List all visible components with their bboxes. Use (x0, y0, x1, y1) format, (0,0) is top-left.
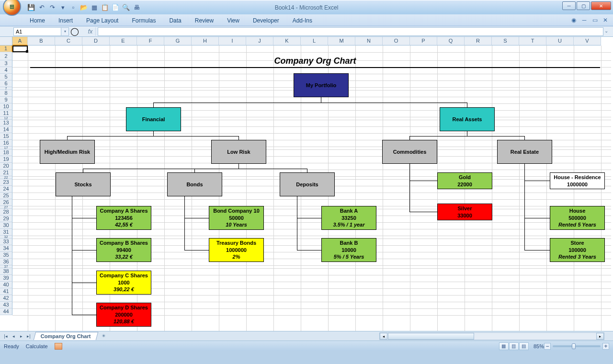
org-node-bankA[interactable]: Bank A332503.5% / 1 year (321, 206, 376, 230)
row-header[interactable]: 8 (0, 90, 12, 97)
row-header[interactable]: 26 (0, 199, 12, 206)
new-icon[interactable]: ▫ (69, 3, 78, 12)
redo-icon[interactable]: ↷ (48, 3, 57, 12)
ribbon-tab-data[interactable]: Data (163, 15, 187, 26)
tab-nav-next[interactable]: ▸ (17, 332, 25, 340)
row-header[interactable]: 23 (0, 179, 12, 186)
print-preview-icon[interactable]: 🔍 (122, 3, 130, 12)
column-header[interactable]: F (137, 37, 164, 46)
org-node-store[interactable]: Store100000Rented 3 Years (550, 238, 605, 262)
org-node-commodities[interactable]: Commodities (382, 140, 437, 164)
ribbon-tab-view[interactable]: View (221, 15, 245, 26)
column-header[interactable]: G (164, 37, 192, 46)
hscroll-right-button[interactable]: ▸ (596, 333, 604, 340)
page-layout-view-button[interactable]: ▥ (509, 342, 519, 350)
restore-window-icon[interactable]: ▭ (591, 16, 599, 24)
expand-formula-bar-icon[interactable]: ⌄ (604, 28, 611, 35)
row-header[interactable]: 14 (0, 126, 12, 133)
column-header[interactable]: E (110, 37, 137, 46)
org-node-bond10[interactable]: Bond Company 105000010 Years (209, 206, 264, 230)
column-header[interactable]: Q (437, 37, 465, 46)
office-button[interactable]: ⊞ (3, 0, 21, 16)
normal-view-button[interactable]: ▦ (499, 342, 509, 350)
org-node-houseR[interactable]: House - Residence1000000 (550, 172, 605, 189)
zoom-out-button[interactable]: − (544, 343, 551, 350)
row-header[interactable]: 19 (0, 156, 12, 163)
ribbon-tab-page-layout[interactable]: Page Layout (80, 15, 124, 26)
page-break-view-button[interactable]: ▤ (519, 342, 529, 350)
org-node-compD[interactable]: Company D Shares200000120,88 € (96, 303, 151, 327)
tab-nav-first[interactable]: |◂ (2, 332, 10, 340)
select-all-button[interactable] (0, 37, 12, 46)
icon[interactable]: 📄 (111, 3, 120, 12)
row-header[interactable]: 20 (0, 163, 12, 170)
row-header[interactable]: 16 (0, 140, 12, 147)
column-header[interactable]: U (546, 37, 574, 46)
worksheet-grid[interactable]: ABCDEFGHIJKLMNOPQRSTUV 12345678910111213… (0, 37, 613, 331)
table-icon[interactable]: ▦ (90, 3, 99, 12)
cell-area[interactable]: Company Org Chart My PortfolioFinancialR… (12, 46, 613, 331)
close-workbook-icon[interactable]: ✕ (602, 16, 609, 24)
row-header[interactable]: 29 (0, 216, 12, 222)
row-header[interactable]: 21 (0, 170, 12, 176)
insert-function-circle-icon[interactable]: ◯ (70, 27, 79, 36)
row-header[interactable]: 34 (0, 245, 12, 252)
column-header[interactable]: S (492, 37, 519, 46)
hscroll-left-button[interactable]: ◂ (380, 333, 387, 340)
column-header[interactable]: K (273, 37, 301, 46)
row-header[interactable]: 43 (0, 302, 12, 308)
column-header[interactable]: I (219, 37, 246, 46)
column-header[interactable]: D (82, 37, 110, 46)
name-box-dropdown[interactable]: ▾ (61, 27, 69, 36)
row-header[interactable]: 33 (0, 239, 12, 245)
row-header[interactable]: 24 (0, 186, 12, 193)
sheet-tab[interactable]: Company Org Chart (34, 332, 98, 340)
column-header[interactable]: M (328, 37, 355, 46)
zoom-in-button[interactable]: + (602, 343, 609, 350)
column-header[interactable]: J (246, 37, 273, 46)
column-header[interactable]: N (355, 37, 383, 46)
org-node-gold[interactable]: Gold22000 (437, 172, 492, 189)
insert-function-button[interactable]: fx (85, 27, 96, 36)
row-header[interactable]: 36 (0, 259, 12, 265)
org-node-compA[interactable]: Company A Shares12345642,55 € (96, 206, 151, 230)
org-node-silver[interactable]: Silver33000 (437, 204, 492, 220)
ribbon-tab-review[interactable]: Review (189, 15, 219, 26)
row-header[interactable]: 2 (0, 52, 12, 60)
org-node-tbonds[interactable]: Treasury Bonds10000002% (209, 238, 264, 262)
org-node-bonds[interactable]: Bonds (167, 172, 222, 196)
row-header[interactable]: 5 (0, 74, 12, 80)
column-header[interactable]: L (301, 37, 328, 46)
row-header[interactable]: 1 (0, 46, 12, 52)
new-sheet-button[interactable]: ✴ (99, 333, 109, 340)
org-node-compB[interactable]: Company B Shares9940033,22 € (96, 238, 151, 262)
row-header[interactable]: 28 (0, 209, 12, 216)
column-header[interactable]: V (574, 37, 601, 46)
open-icon[interactable]: 📂 (79, 3, 88, 12)
org-node-stocks[interactable]: Stocks (56, 172, 111, 196)
column-header[interactable]: A (12, 37, 28, 46)
column-header[interactable]: B (28, 37, 55, 46)
org-node-hmrisk[interactable]: High/Medium Risk (40, 140, 95, 164)
ribbon-tab-addins[interactable]: Add-Ins (287, 15, 318, 26)
org-node-lowrisk[interactable]: Low Risk (211, 140, 266, 164)
formula-input[interactable] (98, 27, 603, 36)
column-header[interactable]: T (519, 37, 546, 46)
org-node-realestate[interactable]: Real Estate (497, 140, 552, 164)
org-node-house2[interactable]: House500000Rented 5 Years (550, 206, 605, 230)
row-header[interactable]: 3 (0, 60, 12, 67)
row-header[interactable]: 13 (0, 120, 12, 126)
minimize-button[interactable]: ─ (562, 1, 576, 10)
name-box[interactable]: A1 (13, 27, 61, 36)
row-header[interactable]: 38 (0, 268, 12, 275)
tab-nav-prev[interactable]: ◂ (10, 332, 17, 340)
tab-nav-last[interactable]: ▸| (25, 332, 33, 340)
org-node-financial[interactable]: Financial (126, 107, 181, 131)
row-header[interactable]: 9 (0, 97, 12, 103)
org-node-bankB[interactable]: Bank B100005% / 5 Years (321, 238, 376, 262)
close-button[interactable]: ✕ (591, 1, 611, 10)
ribbon-tab-developer[interactable]: Developer (247, 15, 285, 26)
zoom-thumb[interactable] (572, 343, 576, 349)
help-icon[interactable]: ◉ (570, 16, 578, 24)
calc-icon[interactable]: 📋 (101, 3, 109, 12)
